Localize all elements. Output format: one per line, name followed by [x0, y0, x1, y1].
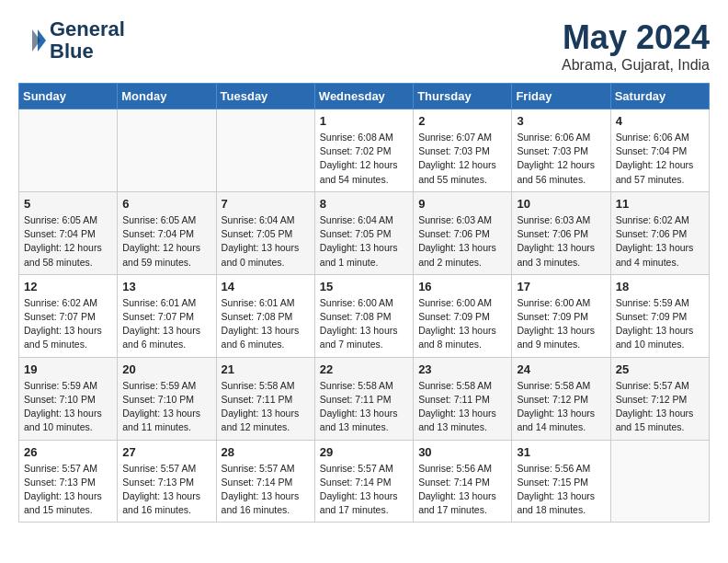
- day-number: 12: [24, 280, 112, 293]
- calendar-cell: 22Sunrise: 5:58 AM Sunset: 7:11 PM Dayli…: [314, 357, 413, 440]
- calendar-cell: 31Sunrise: 5:56 AM Sunset: 7:15 PM Dayli…: [512, 440, 610, 523]
- cell-content: Sunrise: 6:00 AM Sunset: 7:09 PM Dayligh…: [517, 296, 605, 352]
- day-number: 28: [222, 445, 310, 459]
- day-number: 20: [122, 362, 210, 376]
- calendar-cell: 16Sunrise: 6:00 AM Sunset: 7:09 PM Dayli…: [414, 274, 512, 357]
- calendar-cell: 17Sunrise: 6:00 AM Sunset: 7:09 PM Dayli…: [512, 274, 610, 357]
- cell-content: Sunrise: 5:56 AM Sunset: 7:14 PM Dayligh…: [418, 462, 506, 518]
- cell-content: Sunrise: 6:02 AM Sunset: 7:06 PM Dayligh…: [616, 213, 704, 270]
- calendar-cell: [216, 109, 314, 192]
- calendar-cell: 5Sunrise: 6:05 AM Sunset: 7:04 PM Daylig…: [19, 191, 118, 274]
- calendar-cell: 15Sunrise: 6:00 AM Sunset: 7:08 PM Dayli…: [314, 274, 413, 357]
- calendar-table: SundayMondayTuesdayWednesdayThursdayFrid…: [18, 83, 710, 523]
- calendar-cell: 20Sunrise: 5:59 AM Sunset: 7:10 PM Dayli…: [118, 357, 216, 440]
- calendar-cell: 8Sunrise: 6:04 AM Sunset: 7:05 PM Daylig…: [314, 191, 413, 274]
- cell-content: Sunrise: 6:00 AM Sunset: 7:08 PM Dayligh…: [320, 296, 408, 352]
- cell-content: Sunrise: 5:56 AM Sunset: 7:15 PM Dayligh…: [517, 462, 605, 518]
- cell-content: Sunrise: 5:58 AM Sunset: 7:12 PM Dayligh…: [517, 379, 605, 435]
- cell-content: Sunrise: 5:57 AM Sunset: 7:14 PM Dayligh…: [320, 462, 408, 518]
- cell-content: Sunrise: 5:57 AM Sunset: 7:14 PM Dayligh…: [222, 462, 310, 518]
- page-header: General Blue May 2024 Abrama, Gujarat, I…: [18, 18, 710, 74]
- cell-content: Sunrise: 5:59 AM Sunset: 7:10 PM Dayligh…: [122, 379, 210, 435]
- cell-content: Sunrise: 6:08 AM Sunset: 7:02 PM Dayligh…: [320, 131, 408, 187]
- day-number: 23: [418, 362, 506, 376]
- day-number: 27: [122, 445, 210, 459]
- cell-content: Sunrise: 6:03 AM Sunset: 7:06 PM Dayligh…: [517, 213, 605, 270]
- day-number: 3: [517, 114, 605, 128]
- calendar-cell: 28Sunrise: 5:57 AM Sunset: 7:14 PM Dayli…: [216, 440, 314, 523]
- calendar-cell: [118, 109, 216, 192]
- cell-content: Sunrise: 6:05 AM Sunset: 7:04 PM Dayligh…: [24, 213, 112, 270]
- day-number: 25: [616, 362, 704, 376]
- day-number: 21: [222, 362, 310, 376]
- cell-content: Sunrise: 6:01 AM Sunset: 7:08 PM Dayligh…: [222, 296, 310, 352]
- cell-content: Sunrise: 6:06 AM Sunset: 7:04 PM Dayligh…: [616, 131, 704, 187]
- day-number: 10: [517, 197, 605, 211]
- calendar-cell: 11Sunrise: 6:02 AM Sunset: 7:06 PM Dayli…: [610, 191, 709, 274]
- day-number: 5: [24, 197, 112, 211]
- day-number: 14: [222, 280, 310, 293]
- calendar-cell: [19, 109, 118, 192]
- calendar-cell: 23Sunrise: 5:58 AM Sunset: 7:11 PM Dayli…: [414, 357, 512, 440]
- calendar-cell: 1Sunrise: 6:08 AM Sunset: 7:02 PM Daylig…: [314, 109, 413, 192]
- day-header-monday: Monday: [118, 84, 216, 109]
- day-header-wednesday: Wednesday: [314, 84, 413, 109]
- cell-content: Sunrise: 6:05 AM Sunset: 7:04 PM Dayligh…: [122, 213, 210, 270]
- cell-content: Sunrise: 6:01 AM Sunset: 7:07 PM Dayligh…: [122, 296, 210, 352]
- day-number: 6: [122, 197, 210, 211]
- logo-icon: [18, 27, 46, 54]
- cell-content: Sunrise: 5:58 AM Sunset: 7:11 PM Dayligh…: [320, 379, 408, 435]
- day-header-friday: Friday: [512, 84, 610, 109]
- day-number: 24: [517, 362, 605, 376]
- cell-content: Sunrise: 5:58 AM Sunset: 7:11 PM Dayligh…: [418, 379, 506, 435]
- calendar-cell: 7Sunrise: 6:04 AM Sunset: 7:05 PM Daylig…: [216, 191, 314, 274]
- day-number: 17: [517, 280, 605, 293]
- day-number: 9: [418, 197, 506, 211]
- calendar-cell: 14Sunrise: 6:01 AM Sunset: 7:08 PM Dayli…: [216, 274, 314, 357]
- cell-content: Sunrise: 5:57 AM Sunset: 7:13 PM Dayligh…: [24, 462, 112, 518]
- cell-content: Sunrise: 6:02 AM Sunset: 7:07 PM Dayligh…: [24, 296, 112, 352]
- calendar-cell: 29Sunrise: 5:57 AM Sunset: 7:14 PM Dayli…: [314, 440, 413, 523]
- cell-content: Sunrise: 5:57 AM Sunset: 7:12 PM Dayligh…: [616, 379, 704, 435]
- day-number: 7: [222, 197, 310, 211]
- day-number: 13: [122, 280, 210, 293]
- logo-text: General Blue: [50, 18, 125, 63]
- calendar-cell: 18Sunrise: 5:59 AM Sunset: 7:09 PM Dayli…: [610, 274, 709, 357]
- logo: General Blue: [18, 18, 125, 63]
- cell-content: Sunrise: 6:00 AM Sunset: 7:09 PM Dayligh…: [418, 296, 506, 352]
- calendar-cell: 30Sunrise: 5:56 AM Sunset: 7:14 PM Dayli…: [414, 440, 512, 523]
- calendar-cell: 12Sunrise: 6:02 AM Sunset: 7:07 PM Dayli…: [19, 274, 118, 357]
- day-number: 4: [616, 114, 704, 128]
- calendar-cell: 4Sunrise: 6:06 AM Sunset: 7:04 PM Daylig…: [610, 109, 709, 192]
- cell-content: Sunrise: 6:04 AM Sunset: 7:05 PM Dayligh…: [222, 213, 310, 270]
- cell-content: Sunrise: 6:03 AM Sunset: 7:06 PM Dayligh…: [418, 213, 506, 270]
- day-number: 19: [24, 362, 112, 376]
- day-number: 16: [418, 280, 506, 293]
- day-number: 29: [320, 445, 408, 459]
- day-number: 11: [616, 197, 704, 211]
- calendar-cell: 6Sunrise: 6:05 AM Sunset: 7:04 PM Daylig…: [118, 191, 216, 274]
- day-number: 31: [517, 445, 605, 459]
- calendar-cell: 19Sunrise: 5:59 AM Sunset: 7:10 PM Dayli…: [19, 357, 118, 440]
- calendar-subtitle: Abrama, Gujarat, India: [562, 57, 710, 74]
- day-number: 8: [320, 197, 408, 211]
- cell-content: Sunrise: 5:57 AM Sunset: 7:13 PM Dayligh…: [122, 462, 210, 518]
- day-number: 22: [320, 362, 408, 376]
- calendar-cell: 13Sunrise: 6:01 AM Sunset: 7:07 PM Dayli…: [118, 274, 216, 357]
- calendar-cell: 27Sunrise: 5:57 AM Sunset: 7:13 PM Dayli…: [118, 440, 216, 523]
- calendar-cell: 9Sunrise: 6:03 AM Sunset: 7:06 PM Daylig…: [414, 191, 512, 274]
- day-header-tuesday: Tuesday: [216, 84, 314, 109]
- day-header-saturday: Saturday: [610, 84, 709, 109]
- calendar-cell: [610, 440, 709, 523]
- day-header-thursday: Thursday: [414, 84, 512, 109]
- cell-content: Sunrise: 5:58 AM Sunset: 7:11 PM Dayligh…: [222, 379, 310, 435]
- cell-content: Sunrise: 5:59 AM Sunset: 7:09 PM Dayligh…: [616, 296, 704, 352]
- title-block: May 2024 Abrama, Gujarat, India: [562, 18, 710, 74]
- calendar-cell: 21Sunrise: 5:58 AM Sunset: 7:11 PM Dayli…: [216, 357, 314, 440]
- day-number: 26: [24, 445, 112, 459]
- calendar-cell: 24Sunrise: 5:58 AM Sunset: 7:12 PM Dayli…: [512, 357, 610, 440]
- day-number: 30: [418, 445, 506, 459]
- cell-content: Sunrise: 6:07 AM Sunset: 7:03 PM Dayligh…: [418, 131, 506, 187]
- cell-content: Sunrise: 6:04 AM Sunset: 7:05 PM Dayligh…: [320, 213, 408, 270]
- day-number: 18: [616, 280, 704, 293]
